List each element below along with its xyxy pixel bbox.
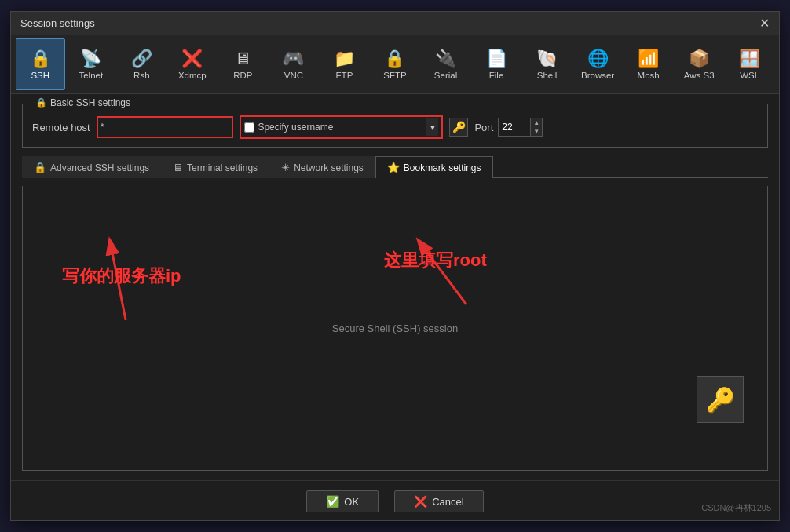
tab-terminal[interactable]: 🖥Terminal settings <box>161 156 269 178</box>
proto-btn-wsl[interactable]: 🪟WSL <box>725 38 774 90</box>
proto-btn-awss3[interactable]: 📦Aws S3 <box>675 38 724 90</box>
proto-icon-file: 📄 <box>486 50 507 67</box>
right-annotation-text: 这里填写root <box>384 249 487 272</box>
proto-icon-vnc: 🎮 <box>283 50 304 67</box>
remote-host-label: Remote host <box>32 122 90 133</box>
proto-btn-browser[interactable]: 🌐Browser <box>573 38 623 90</box>
basic-settings-label: 🔒 Basic SSH settings <box>31 97 135 108</box>
watermark: CSDN@冉林1205 <box>701 502 771 514</box>
left-annotation-text: 写你的服务器ip <box>62 264 181 288</box>
proto-icon-wsl: 🪟 <box>739 50 760 67</box>
proto-label-ssh: SSH <box>31 71 49 80</box>
close-button[interactable]: ✕ <box>759 17 770 30</box>
proto-label-xdmcp: Xdmcp <box>178 71 207 80</box>
proto-btn-ftp[interactable]: 📁FTP <box>320 38 369 90</box>
proto-btn-file[interactable]: 📄File <box>472 38 521 90</box>
proto-icon-awss3: 📦 <box>689 50 710 67</box>
proto-btn-serial[interactable]: 🔌Serial <box>421 38 470 90</box>
dialog-title: Session settings <box>20 17 95 29</box>
tab-icon-bookmark: ⭐ <box>387 162 400 173</box>
cancel-icon: ❌ <box>414 495 427 508</box>
proto-icon-sftp: 🔒 <box>384 50 405 67</box>
proto-btn-sftp[interactable]: 🔒SFTP <box>371 38 420 90</box>
proto-icon-rdp: 🖥 <box>234 50 251 67</box>
specify-username-checkbox-label[interactable]: Specify username <box>244 122 333 133</box>
proto-btn-rdp[interactable]: 🖥RDP <box>218 38 268 90</box>
proto-icon-ftp: 📁 <box>334 50 355 67</box>
session-settings-dialog: Session settings ✕ 🔒SSH📡Telnet🔗Rsh❌Xdmcp… <box>10 11 780 521</box>
tab-icon-advanced: 🔒 <box>34 162 46 173</box>
username-input[interactable] <box>336 118 422 136</box>
tab-network[interactable]: ✳Network settings <box>269 156 375 178</box>
proto-icon-xdmcp: ❌ <box>181 50 203 67</box>
tab-icon-network: ✳ <box>281 162 290 173</box>
proto-icon-serial: 🔌 <box>435 50 456 67</box>
proto-icon-mosh: 📶 <box>638 50 659 67</box>
tab-label-bookmark: Bookmark settings <box>404 162 481 173</box>
key-image: 🔑 <box>697 376 744 423</box>
proto-btn-xdmcp[interactable]: ❌Xdmcp <box>168 38 218 90</box>
proto-label-telnet: Telnet <box>79 71 103 80</box>
required-star: * <box>98 122 107 133</box>
tab-content-area: Secure Shell (SSH) session 🔑 <box>22 186 768 471</box>
proto-btn-telnet[interactable]: 📡Telnet <box>67 38 116 90</box>
proto-label-vnc: VNC <box>284 71 303 80</box>
proto-icon-rsh: 🔗 <box>131 50 152 67</box>
key-icon-button[interactable]: 🔑 <box>449 118 468 137</box>
settings-tabs: 🔒Advanced SSH settings🖥Terminal settings… <box>22 155 768 178</box>
proto-label-serial: Serial <box>434 71 457 80</box>
proto-label-rdp: RDP <box>233 71 252 80</box>
proto-btn-rsh[interactable]: 🔗Rsh <box>117 38 166 90</box>
proto-label-sftp: SFTP <box>383 71 406 80</box>
specify-username-checkbox[interactable] <box>244 122 254 133</box>
tab-advanced[interactable]: 🔒Advanced SSH settings <box>22 156 161 178</box>
proto-icon-telnet: 📡 <box>80 50 101 67</box>
ok-button[interactable]: ✅ OK <box>306 490 379 512</box>
proto-icon-browser: 🌐 <box>587 50 609 67</box>
port-spin-up[interactable]: ▲ <box>531 118 542 127</box>
proto-icon-shell: 🐚 <box>536 50 558 67</box>
proto-btn-ssh[interactable]: 🔒SSH <box>16 38 65 90</box>
proto-btn-vnc[interactable]: 🎮VNC <box>269 38 319 90</box>
proto-label-browser: Browser <box>581 71 614 80</box>
proto-label-rsh: Rsh <box>133 71 149 80</box>
bottom-bar: ✅ OK ❌ Cancel CSDN@冉林1205 <box>11 480 779 520</box>
proto-btn-mosh[interactable]: 📶Mosh <box>624 38 673 90</box>
port-wrap: Port ▲ ▼ <box>474 118 543 137</box>
basic-settings-icon: 🔒 <box>35 97 47 108</box>
svg-line-0 <box>110 241 126 320</box>
proto-label-shell: Shell <box>537 71 558 80</box>
tab-label-advanced: Advanced SSH settings <box>50 162 149 173</box>
proto-label-ftp: FTP <box>336 71 353 80</box>
ok-icon: ✅ <box>326 495 339 508</box>
proto-btn-shell[interactable]: 🐚Shell <box>522 38 572 90</box>
svg-line-1 <box>419 241 466 304</box>
main-content: 🔒 Basic SSH settings Remote host * Speci… <box>11 94 779 480</box>
title-bar: Session settings ✕ <box>11 12 779 35</box>
port-input-wrap: ▲ ▼ <box>498 118 543 137</box>
proto-label-mosh: Mosh <box>638 71 660 80</box>
username-dropdown[interactable]: ▼ <box>426 118 438 136</box>
remote-host-input[interactable] <box>106 118 232 137</box>
port-label: Port <box>474 122 493 133</box>
tab-bookmark[interactable]: ⭐Bookmark settings <box>375 156 493 178</box>
proto-icon-ssh: 🔒 <box>30 50 51 67</box>
specify-username-wrap: Specify username ▼ <box>240 115 443 139</box>
tab-label-network: Network settings <box>294 162 364 173</box>
basic-settings-row: Remote host * Specify username ▼ 🔑 Port <box>32 115 758 139</box>
port-spin-down[interactable]: ▼ <box>531 127 542 136</box>
port-spinner: ▲ ▼ <box>530 118 542 136</box>
basic-settings-group: 🔒 Basic SSH settings Remote host * Speci… <box>22 104 768 148</box>
tab-icon-terminal: 🖥 <box>173 162 183 173</box>
proto-label-wsl: WSL <box>740 71 759 80</box>
remote-host-input-wrap: * <box>97 116 234 138</box>
protocol-toolbar: 🔒SSH📡Telnet🔗Rsh❌Xdmcp🖥RDP🎮VNC📁FTP🔒SFTP🔌S… <box>11 35 779 94</box>
cancel-button[interactable]: ❌ Cancel <box>394 490 483 512</box>
cancel-label: Cancel <box>432 496 463 508</box>
ok-label: OK <box>344 496 359 508</box>
port-input[interactable] <box>499 118 530 136</box>
tab-label-terminal: Terminal settings <box>187 162 258 173</box>
ssh-description: Secure Shell (SSH) session <box>332 322 458 334</box>
proto-label-awss3: Aws S3 <box>684 71 715 80</box>
proto-label-file: File <box>489 71 504 80</box>
